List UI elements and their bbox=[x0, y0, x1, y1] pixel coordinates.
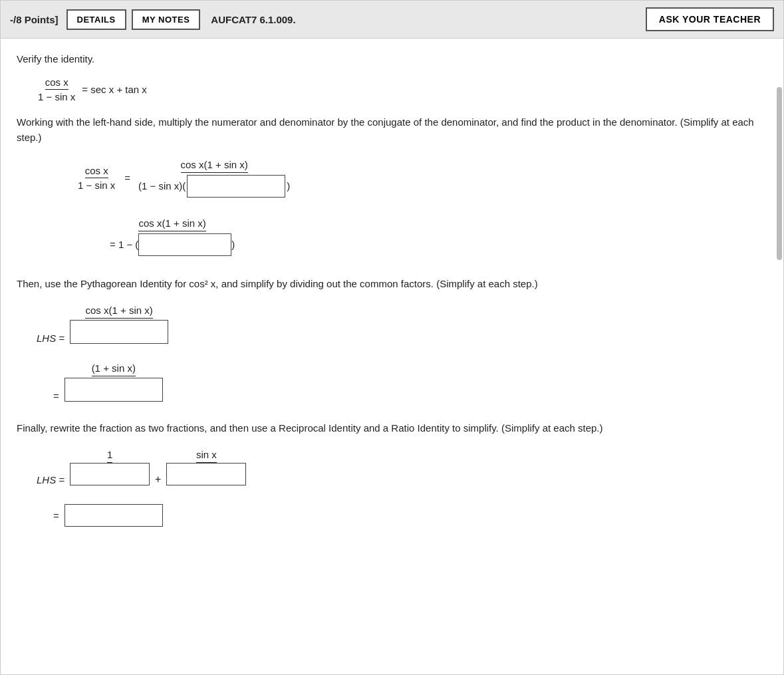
step1-right: cos x(1 + sin x) (1 − sin x)( ) bbox=[138, 159, 290, 198]
step2-close-paren: ) bbox=[231, 239, 235, 250]
lhs2-input[interactable] bbox=[65, 378, 163, 402]
instruction-text-1: Working with the left-hand side, multipl… bbox=[17, 114, 767, 146]
lhs2-eq: = bbox=[53, 390, 59, 402]
problem-id: AUFCAT7 6.1.009. bbox=[211, 14, 295, 25]
step1-left-fraction: cos x 1 − sin x bbox=[76, 165, 116, 191]
step1-right-den-prefix: (1 − sin x)( bbox=[138, 180, 186, 192]
scrollbar[interactable] bbox=[777, 87, 782, 260]
plus-sign: + bbox=[155, 473, 161, 485]
lhs-final-input1[interactable] bbox=[70, 463, 150, 485]
lhs-section-1: LHS = cos x(1 + sin x) bbox=[17, 305, 767, 344]
lhs-final-eq: = bbox=[53, 510, 59, 521]
step1-right-paren-close: ) bbox=[287, 180, 290, 192]
my-notes-button[interactable]: MY NOTES bbox=[132, 9, 201, 30]
step1-input[interactable] bbox=[187, 175, 285, 198]
lhs-final-section-2: = bbox=[17, 504, 767, 527]
lhs1-num: cos x(1 + sin x) bbox=[85, 305, 152, 319]
step2-row: cos x(1 + sin x) = 1 − ( ) bbox=[110, 217, 767, 256]
step1-left-num: cos x bbox=[85, 165, 108, 178]
step2-num: cos x(1 + sin x) bbox=[138, 217, 205, 231]
main-fraction-denominator: 1 − sin x bbox=[38, 90, 75, 102]
step1-right-num: cos x(1 + sin x) bbox=[181, 159, 248, 173]
lhs-final-num1: 1 bbox=[107, 449, 112, 463]
lhs-final-label: LHS = bbox=[37, 474, 65, 485]
main-fraction: cos x 1 − sin x bbox=[38, 76, 75, 102]
identity-equation: cos x 1 − sin x = sec x + tan x bbox=[37, 76, 767, 102]
step1-row: cos x 1 − sin x = cos x(1 + sin x) (1 − … bbox=[23, 159, 767, 198]
lhs-label-1: LHS = bbox=[37, 333, 65, 344]
lhs1-input[interactable] bbox=[70, 320, 168, 344]
main-fraction-numerator: cos x bbox=[45, 76, 68, 90]
step1-eq: = bbox=[124, 172, 130, 184]
lhs2-num: (1 + sin x) bbox=[92, 362, 136, 376]
lhs-final-input2[interactable] bbox=[166, 463, 246, 485]
header-bar: -/8 Points] DETAILS MY NOTES AUFCAT7 6.1… bbox=[1, 1, 783, 39]
instruction-text-3: Finally, rewrite the fraction as two fra… bbox=[17, 420, 767, 436]
lhs-final-section-1: LHS = 1 + sin x bbox=[17, 449, 767, 485]
ask-teacher-button[interactable]: ASK YOUR TEACHER bbox=[646, 7, 774, 31]
step2-input[interactable] bbox=[138, 233, 231, 256]
step2-den-prefix: = 1 − bbox=[110, 239, 132, 250]
lhs-final-num2: sin x bbox=[196, 449, 217, 463]
details-button[interactable]: DETAILS bbox=[66, 9, 126, 30]
step-section-2: cos x(1 + sin x) = 1 − ( ) bbox=[23, 217, 767, 256]
verify-label: Verify the identity. bbox=[17, 53, 767, 65]
points-label: -/8 Points] bbox=[10, 14, 59, 25]
lhs-final-input3[interactable] bbox=[65, 504, 163, 527]
step1-left-den: 1 − sin x bbox=[78, 178, 115, 191]
content-area: Verify the identity. cos x 1 − sin x = s… bbox=[1, 39, 783, 565]
lhs-section-2: = (1 + sin x) bbox=[17, 362, 767, 402]
identity-equals: = sec x + tan x bbox=[82, 84, 147, 95]
step-section-1: cos x 1 − sin x = cos x(1 + sin x) (1 − … bbox=[23, 159, 767, 198]
instruction-text-2: Then, use the Pythagorean Identity for c… bbox=[17, 276, 767, 291]
